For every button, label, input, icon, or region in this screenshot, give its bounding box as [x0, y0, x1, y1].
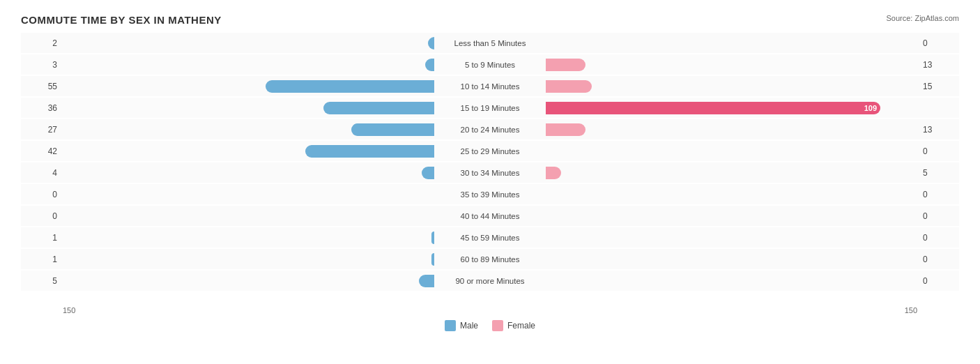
male-bar [425, 59, 434, 71]
row-label: 60 to 89 Minutes [434, 255, 546, 264]
female-side [546, 230, 917, 245]
female-value: 15 [917, 82, 959, 91]
bar-pair: 60 to 89 Minutes [63, 252, 917, 267]
female-side [546, 273, 917, 289]
female-side: 109 [546, 100, 917, 116]
bar-pair: 15 to 19 Minutes 109 [63, 100, 917, 116]
male-value: 5 [21, 276, 63, 286]
female-value: 0 [917, 38, 959, 48]
legend-female-box [492, 320, 503, 331]
bar-pair: 35 to 39 Minutes [63, 187, 917, 202]
row-label: 90 or more Minutes [434, 277, 546, 285]
female-bar [546, 59, 585, 71]
source-label: Source: ZipAtlas.com [886, 14, 959, 22]
chart-row: 36 15 to 19 Minutes 109 [21, 98, 959, 118]
row-label: 30 to 34 Minutes [434, 169, 546, 177]
female-value: 0 [917, 276, 959, 286]
male-value: 3 [21, 60, 63, 70]
male-bar [323, 102, 434, 114]
female-value: 0 [917, 255, 959, 264]
legend-male-label: Male [460, 321, 478, 331]
row-label: 40 to 44 Minutes [434, 212, 546, 220]
male-bar [419, 275, 434, 287]
row-label: 25 to 29 Minutes [434, 147, 546, 156]
chart-row: 0 40 to 44 Minutes 0 [21, 206, 959, 226]
bar-pair: 90 or more Minutes [63, 273, 917, 289]
female-bar: 109 [546, 102, 880, 114]
bar-inside-value: 109 [864, 104, 877, 112]
bars-center: 45 to 59 Minutes [63, 227, 917, 248]
male-side [63, 165, 434, 181]
male-value: 27 [21, 125, 63, 135]
chart-row: 2 Less than 5 Minutes 0 [21, 33, 959, 53]
bar-pair: 45 to 59 Minutes [63, 230, 917, 245]
chart-row: 27 20 to 24 Minutes 13 [21, 119, 959, 139]
male-side [63, 79, 434, 94]
male-value: 1 [21, 233, 63, 243]
bars-center: 40 to 44 Minutes [63, 206, 917, 226]
female-bar [546, 123, 585, 136]
female-side [546, 79, 917, 94]
male-value: 55 [21, 82, 63, 91]
chart-row: 0 35 to 39 Minutes 0 [21, 184, 959, 204]
chart-row: 1 60 to 89 Minutes 0 [21, 249, 959, 269]
female-bar [546, 167, 561, 179]
female-side [546, 187, 917, 202]
male-value: 0 [21, 211, 63, 221]
bars-center: 20 to 24 Minutes [63, 119, 917, 139]
bars-center: 30 to 34 Minutes [63, 162, 917, 183]
male-side [63, 208, 434, 224]
female-value: 0 [917, 146, 959, 156]
male-side [63, 273, 434, 289]
chart-row: 5 90 or more Minutes 0 [21, 271, 959, 291]
row-label: 45 to 59 Minutes [434, 234, 546, 242]
bar-pair: 30 to 34 Minutes [63, 165, 917, 181]
female-side [546, 208, 917, 224]
legend: Male Female [21, 320, 959, 331]
row-label: 15 to 19 Minutes [434, 104, 546, 112]
female-value: 13 [917, 60, 959, 70]
chart-row: 42 25 to 29 Minutes 0 [21, 141, 959, 161]
bars-center: Less than 5 Minutes [63, 33, 917, 53]
male-bar [422, 167, 434, 179]
bars-center: 15 to 19 Minutes 109 [63, 98, 917, 118]
female-bar [546, 80, 592, 93]
male-value: 36 [21, 103, 63, 113]
legend-female-label: Female [507, 321, 535, 331]
male-value: 42 [21, 146, 63, 156]
female-value: 0 [917, 190, 959, 199]
chart-container: COMMUTE TIME BY SEX IN MATHENY Source: Z… [0, 0, 980, 364]
axis-right-label: 150 [905, 306, 917, 314]
chart-row: 1 45 to 59 Minutes 0 [21, 227, 959, 248]
legend-male: Male [445, 320, 478, 331]
male-value: 0 [21, 190, 63, 199]
bars-center: 60 to 89 Minutes [63, 249, 917, 269]
female-side [546, 144, 917, 159]
male-value: 2 [21, 38, 63, 48]
female-value: 0 [917, 233, 959, 243]
axis-bottom: 150 150 [21, 306, 959, 314]
female-side [546, 252, 917, 267]
chart-title: COMMUTE TIME BY SEX IN MATHENY [21, 14, 959, 26]
chart-area: 2 Less than 5 Minutes 0 3 [21, 33, 959, 305]
male-side [63, 144, 434, 159]
row-label: 10 to 14 Minutes [434, 82, 546, 91]
female-value: 13 [917, 125, 959, 135]
female-side [546, 36, 917, 51]
male-side [63, 252, 434, 267]
male-side [63, 57, 434, 73]
male-bar [266, 80, 434, 93]
female-value: 0 [917, 211, 959, 221]
bar-pair: 40 to 44 Minutes [63, 208, 917, 224]
bar-pair: 5 to 9 Minutes [63, 57, 917, 73]
legend-female: Female [492, 320, 535, 331]
bars-center: 90 or more Minutes [63, 271, 917, 291]
male-side [63, 187, 434, 202]
male-bar [428, 37, 434, 50]
male-side [63, 36, 434, 51]
row-label: 35 to 39 Minutes [434, 190, 546, 199]
bar-pair: Less than 5 Minutes [63, 36, 917, 51]
row-label: 5 to 9 Minutes [434, 61, 546, 69]
bars-center: 5 to 9 Minutes [63, 54, 917, 75]
female-value: 5 [917, 168, 959, 178]
